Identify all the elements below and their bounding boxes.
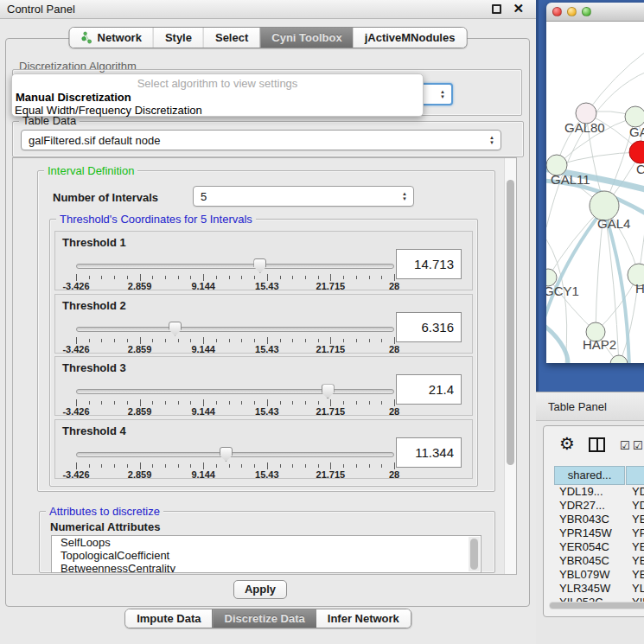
- minimize-traffic-light-icon[interactable]: [567, 7, 577, 16]
- slider-thumb[interactable]: [253, 258, 266, 273]
- attribute-list-item[interactable]: BetweennessCentrality: [52, 562, 481, 573]
- attribute-list-item[interactable]: TopologicalCoefficient: [52, 549, 481, 562]
- cell-name[interactable]: YPR1: [632, 526, 644, 540]
- tab-discretize-data[interactable]: Discretize Data: [213, 609, 316, 628]
- cell-shared-name[interactable]: YPR145W: [559, 526, 612, 540]
- cell-name[interactable]: YBR0: [632, 554, 644, 568]
- threshold-value-field[interactable]: [396, 374, 462, 405]
- network-edge[interactable]: [586, 51, 644, 113]
- threshold-slider[interactable]: -3.4262.8599.14415.4321.71528: [76, 261, 394, 289]
- tab-cyni-toolbox[interactable]: Cyni Toolbox: [259, 28, 353, 48]
- cell-shared-name[interactable]: YLR345W: [559, 582, 610, 596]
- dropdown-option-equal-width[interactable]: Equal Width/Frequency Discretization: [15, 104, 202, 117]
- scrollbar-thumb[interactable]: [550, 603, 644, 609]
- threshold-row: Threshold 3 -3.4262.8599.14415.4321.7152…: [54, 356, 473, 416]
- table-panel-title: Table Panel: [548, 400, 607, 413]
- threshold-slider[interactable]: -3.4262.8599.14415.4321.71528: [76, 324, 394, 352]
- table-row[interactable]: YER054CYER0: [544, 540, 644, 554]
- cell-shared-name[interactable]: YER054C: [559, 540, 609, 554]
- network-view-frame: GAL80GACGAL11GAL4GCY1HHAP2: [536, 0, 644, 392]
- control-panel-titlebar: Control Panel ✕: [0, 0, 536, 19]
- table-row[interactable]: YBL079WYBL0: [544, 568, 644, 582]
- attribute-list-item[interactable]: SelfLoops: [52, 536, 481, 549]
- network-canvas[interactable]: GAL80GACGAL11GAL4GCY1HHAP2: [546, 22, 644, 363]
- threshold-value-field[interactable]: [396, 312, 462, 342]
- network-edge-highlighted[interactable]: [546, 208, 604, 317]
- dropdown-option-manual[interactable]: Manual Discretization: [16, 91, 131, 104]
- network-window: GAL80GACGAL11GAL4GCY1HHAP2: [546, 3, 644, 363]
- float-window-icon[interactable]: [492, 4, 501, 14]
- node-label: GA: [629, 124, 644, 139]
- attributes-group-label: Attributes to discretize: [46, 505, 163, 518]
- settings-scrollbar: [504, 158, 516, 574]
- table-row[interactable]: YBR043CYBR0: [544, 513, 644, 526]
- network-edge-highlighted[interactable]: [546, 326, 568, 363]
- tab-network[interactable]: Network: [70, 28, 153, 48]
- table-row[interactable]: YDL19...YDL1: [544, 485, 644, 499]
- checkbox-icon[interactable]: ☑: [633, 439, 643, 452]
- combo-arrows-icon: ▲▼: [489, 131, 494, 150]
- column-header-shared-name[interactable]: shared...: [554, 466, 625, 485]
- slider-track[interactable]: [76, 452, 394, 457]
- table-row[interactable]: YLR345WYLR3: [544, 582, 644, 596]
- checkbox-icon[interactable]: ☑: [620, 439, 630, 452]
- table-data-combo[interactable]: galFiltered.sif default node ▲▼: [21, 130, 501, 150]
- cell-name[interactable]: YDL1: [632, 485, 644, 499]
- tab-select[interactable]: Select: [203, 28, 259, 48]
- slider-tick-labels: -3.4262.8599.14415.4321.71528: [76, 344, 394, 354]
- threshold-row: Threshold 2 -3.4262.8599.14415.4321.7152…: [54, 294, 473, 354]
- tab-label: Impute Data: [137, 612, 201, 625]
- threshold-value-field[interactable]: [396, 437, 462, 468]
- number-of-intervals-value: 5: [201, 190, 207, 203]
- cell-shared-name[interactable]: YBL079W: [559, 568, 610, 582]
- cell-name[interactable]: YBL0: [632, 568, 644, 582]
- network-icon: [81, 31, 93, 44]
- slider-tick-labels: -3.4262.8599.14415.4321.71528: [76, 281, 394, 291]
- tab-impute-data[interactable]: Impute Data: [125, 609, 212, 628]
- slider-track[interactable]: [76, 264, 394, 269]
- cell-shared-name[interactable]: YBR043C: [559, 513, 609, 526]
- threshold-slider[interactable]: -3.4262.8599.14415.4321.71528: [76, 450, 394, 477]
- split-columns-icon[interactable]: [589, 437, 605, 452]
- table-rows: YDL19...YDL1YDR27...YDR2YBR043CYBR0YPR14…: [544, 485, 644, 604]
- table-row[interactable]: YBR045CYBR0: [544, 554, 644, 568]
- threshold-slider[interactable]: -3.4262.8599.14415.4321.71528: [76, 386, 394, 414]
- cell-shared-name[interactable]: YDR27...: [559, 499, 605, 513]
- zoom-traffic-light-icon[interactable]: [582, 7, 591, 16]
- cell-shared-name[interactable]: YDL19...: [559, 485, 603, 499]
- slider-thumb[interactable]: [220, 447, 233, 462]
- cell-name[interactable]: YDR2: [632, 499, 644, 513]
- numerical-attributes-list[interactable]: SelfLoopsTopologicalCoefficientBetweenne…: [51, 535, 481, 573]
- close-icon[interactable]: ✕: [513, 1, 524, 16]
- gear-icon[interactable]: ⚙: [559, 433, 575, 454]
- slider-thumb[interactable]: [322, 384, 335, 399]
- slider-thumb[interactable]: [169, 322, 182, 336]
- number-of-intervals-combo[interactable]: 5 ▲▼: [193, 186, 414, 207]
- tab-style[interactable]: Style: [153, 28, 203, 48]
- network-node-c[interactable]: [629, 141, 644, 163]
- threshold-value-field[interactable]: [396, 249, 462, 279]
- cell-name[interactable]: YBR0: [632, 513, 644, 526]
- node-label: GAL80: [564, 120, 605, 135]
- scrollbar-thumb[interactable]: [470, 539, 478, 570]
- apply-button[interactable]: Apply: [233, 580, 287, 599]
- cell-name[interactable]: YER0: [632, 540, 644, 554]
- cell-shared-name[interactable]: YBR045C: [559, 554, 609, 568]
- algorithm-dropdown-popup: Select algorithm to view settings Manual…: [11, 73, 424, 117]
- threshold-row: Threshold 1 -3.4262.8599.14415.4321.7152…: [54, 231, 473, 290]
- scrollbar-thumb[interactable]: [507, 180, 514, 465]
- control-panel: Control Panel ✕ NetworkStyleSelectCyni T…: [0, 0, 536, 644]
- table-data-value: galFiltered.sif default node: [29, 134, 160, 147]
- table-row[interactable]: YDR27...YDR2: [544, 499, 644, 513]
- table-row[interactable]: YPR145WYPR1: [544, 526, 644, 540]
- slider-track[interactable]: [76, 389, 394, 394]
- column-header-name[interactable]: na: [626, 466, 644, 485]
- close-traffic-light-icon[interactable]: [552, 7, 562, 16]
- numerical-attributes-heading: Numerical Attributes: [48, 520, 163, 533]
- slider-tick-labels: -3.4262.8599.14415.4321.71528: [76, 406, 394, 417]
- slider-track[interactable]: [76, 327, 394, 332]
- tab-jactivemnodules[interactable]: jActiveMNodules: [354, 28, 467, 48]
- tab-infer-network[interactable]: Infer Network: [316, 609, 411, 628]
- cell-name[interactable]: YLR3: [632, 582, 644, 596]
- table-panel-titlebar: Table Panel: [536, 392, 644, 421]
